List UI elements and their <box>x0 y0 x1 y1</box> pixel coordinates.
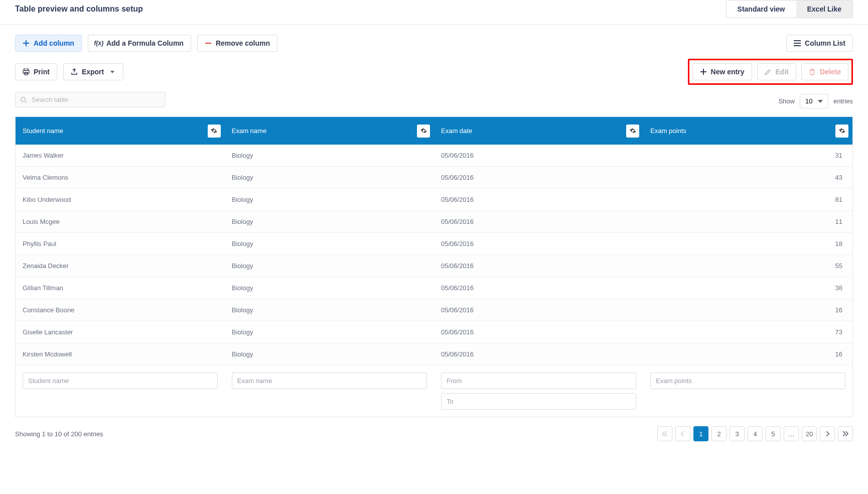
column-list-button[interactable]: Column List <box>786 35 853 52</box>
search-input[interactable] <box>15 92 166 107</box>
cell-points: 73 <box>643 321 852 343</box>
page-2[interactable]: 2 <box>711 426 727 441</box>
plus-icon <box>700 68 707 75</box>
col-header-exam[interactable]: Exam name <box>232 127 266 135</box>
page-first[interactable] <box>657 426 672 441</box>
page-…: … <box>784 426 799 441</box>
page-20[interactable]: 20 <box>802 426 817 441</box>
gear-icon <box>211 128 217 134</box>
show-label: Show <box>778 97 795 105</box>
add-column-label: Add column <box>34 39 74 47</box>
add-formula-button[interactable]: f(x) Add a Formula Column <box>88 35 191 52</box>
entries-info: Showing 1 to 10 of 200 entries <box>15 430 103 438</box>
add-column-button[interactable]: Add column <box>15 35 82 52</box>
new-entry-button[interactable]: New entry <box>692 63 752 80</box>
print-button[interactable]: Print <box>15 63 57 80</box>
cell-student: James Walker <box>16 145 225 167</box>
svg-point-7 <box>21 97 26 101</box>
filter-date-to-input[interactable] <box>441 393 636 410</box>
remove-column-button[interactable]: Remove column <box>197 35 277 52</box>
cell-points: 16 <box>643 343 852 365</box>
cell-points: 55 <box>643 255 852 277</box>
col-settings-date[interactable] <box>626 125 639 138</box>
table-row[interactable]: James WalkerBiology05/06/201631 <box>16 145 853 167</box>
remove-column-label: Remove column <box>216 39 270 47</box>
pagination: 12345…20 <box>657 426 853 441</box>
col-settings-points[interactable] <box>835 125 848 138</box>
page-1[interactable]: 1 <box>693 426 708 441</box>
table-row[interactable]: Gillian TillmanBiology05/06/201638 <box>16 277 853 299</box>
table-row[interactable]: Constance BooneBiology05/06/201616 <box>16 299 853 321</box>
svg-rect-3 <box>794 45 801 46</box>
page-last[interactable] <box>838 426 853 441</box>
delete-button[interactable]: Delete <box>801 63 848 80</box>
print-icon <box>23 68 30 75</box>
data-table: Student name Exam name Exam date <box>15 116 853 417</box>
view-excel-tab[interactable]: Excel Like <box>796 1 853 18</box>
cell-points: 43 <box>643 167 852 189</box>
minus-icon <box>205 40 212 47</box>
svg-line-8 <box>25 101 27 103</box>
col-settings-student[interactable] <box>208 125 221 138</box>
page-next[interactable] <box>820 426 835 441</box>
page-4[interactable]: 4 <box>748 426 763 441</box>
svg-rect-2 <box>794 43 801 44</box>
entries-label: entries <box>833 97 853 105</box>
filter-student-input[interactable] <box>23 373 218 389</box>
table-row[interactable]: Kirsten McdowellBiology05/06/201616 <box>16 343 853 365</box>
cell-date: 05/06/2016 <box>434 167 643 189</box>
export-icon <box>71 68 78 75</box>
gear-icon <box>630 128 636 134</box>
export-button[interactable]: Export <box>63 63 123 80</box>
page-prev[interactable] <box>675 426 690 441</box>
gear-icon <box>839 128 845 134</box>
cell-exam: Biology <box>225 233 434 255</box>
filter-points-input[interactable] <box>650 373 845 389</box>
table-row[interactable]: Zenaida DeckerBiology05/06/201655 <box>16 255 853 277</box>
cell-date: 05/06/2016 <box>434 211 643 233</box>
caret-down-icon <box>109 68 116 75</box>
page-size-select[interactable]: 10 <box>800 94 828 108</box>
delete-label: Delete <box>820 68 841 76</box>
svg-rect-0 <box>205 43 211 44</box>
page-5[interactable]: 5 <box>766 426 781 441</box>
gear-icon <box>420 128 427 134</box>
edit-button[interactable]: Edit <box>757 63 796 80</box>
cell-exam: Biology <box>225 277 434 299</box>
plus-icon <box>23 40 30 47</box>
cell-student: Gillian Tillman <box>16 277 225 299</box>
cell-student: Giselle Lancaster <box>16 321 225 343</box>
table-row[interactable]: Kibo UnderwoodBiology05/06/201681 <box>16 189 853 211</box>
edit-label: Edit <box>776 68 789 76</box>
pencil-icon <box>765 68 772 75</box>
col-header-date[interactable]: Exam date <box>441 127 472 135</box>
col-header-points[interactable]: Exam points <box>650 127 686 135</box>
cell-points: 38 <box>643 277 852 299</box>
col-header-student[interactable]: Student name <box>23 127 63 135</box>
cell-student: Phyllis Paul <box>16 233 225 255</box>
search-icon <box>20 96 27 103</box>
cell-points: 18 <box>643 233 852 255</box>
filter-date-from-input[interactable] <box>441 373 636 389</box>
filter-exam-input[interactable] <box>232 373 427 389</box>
cell-exam: Biology <box>225 255 434 277</box>
cell-date: 05/06/2016 <box>434 321 643 343</box>
table-row[interactable]: Phyllis PaulBiology05/06/201618 <box>16 233 853 255</box>
page-title: Table preview and columns setup <box>15 5 143 14</box>
cell-date: 05/06/2016 <box>434 299 643 321</box>
column-list-label: Column List <box>805 39 845 47</box>
col-settings-exam[interactable] <box>417 125 430 138</box>
table-row[interactable]: Velma ClemonsBiology05/06/201643 <box>16 167 853 189</box>
table-row[interactable]: Louis McgeeBiology05/06/201611 <box>16 211 853 233</box>
cell-student: Velma Clemons <box>16 167 225 189</box>
cell-student: Kibo Underwood <box>16 189 225 211</box>
crud-toolbar-highlight: New entry Edit Delete <box>688 59 853 85</box>
view-standard-tab[interactable]: Standard view <box>727 1 796 18</box>
cell-points: 11 <box>643 211 852 233</box>
table-row[interactable]: Giselle LancasterBiology05/06/201673 <box>16 321 853 343</box>
formula-icon: f(x) <box>95 40 102 47</box>
cell-exam: Biology <box>225 299 434 321</box>
cell-student: Constance Boone <box>16 299 225 321</box>
page-3[interactable]: 3 <box>730 426 745 441</box>
svg-rect-5 <box>23 70 29 73</box>
